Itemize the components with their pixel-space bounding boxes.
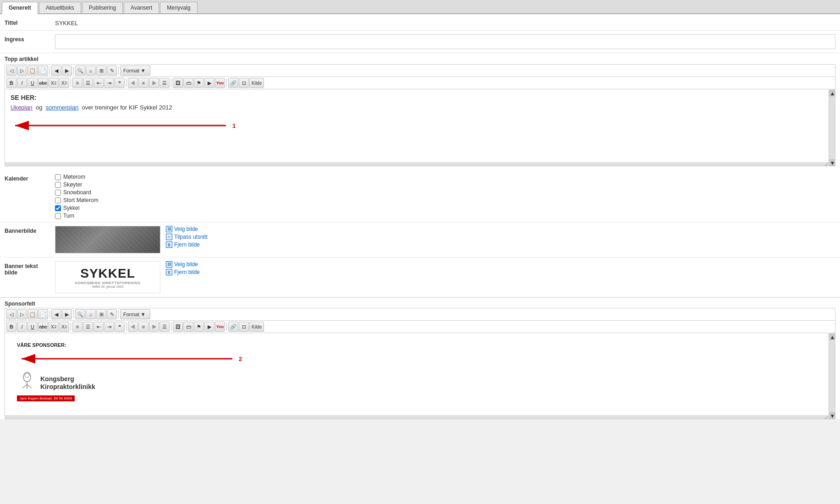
blockquote-btn-2[interactable]: ❝ [115,322,125,332]
tab-generelt[interactable]: Generelt [2,2,38,14]
back-icon-2[interactable]: ◀ [51,309,61,319]
indent-btn-1[interactable]: ⇥ [104,78,114,88]
scroll-down-1[interactable]: ▼ [829,159,835,166]
underline-btn-1[interactable]: U [27,78,38,88]
checkbox-skoyeter[interactable] [55,182,61,188]
anchor-btn-1[interactable]: ⚑ [194,78,204,88]
find-replace-icon-2[interactable]: ⌕ [86,309,96,319]
paste-text-icon-2[interactable]: 📄 [38,309,48,319]
align-left-btn-2[interactable]: ⫷ [128,322,138,332]
format-dropdown-1[interactable]: Format ▼ [120,66,150,76]
editor1-resizer[interactable] [5,162,829,166]
align-justify-btn-2[interactable]: ☰ [159,322,170,332]
blockquote-btn-1[interactable]: ❝ [115,78,125,88]
table-icon[interactable]: ⊞ [96,66,106,76]
underline-btn-2[interactable]: U [27,322,38,332]
image2-btn-1[interactable]: 🗃 [183,78,193,88]
resize-icon-1[interactable] [823,162,828,166]
editor2-body[interactable]: VÅRE SPONSORER: [5,333,829,415]
link-btn-1[interactable]: 🔗 [228,78,238,88]
paste-icon[interactable]: 📋 [27,66,38,76]
scroll-up-2[interactable]: ▲ [829,334,835,340]
checkbox-stort-moterom[interactable] [55,197,61,203]
editor1-body[interactable]: SE HER: Ukeplan og sommerplan over treni… [5,89,829,162]
checkbox-snowboard[interactable] [55,190,61,196]
checkbox-moterom[interactable] [55,174,61,180]
scroll-up-1[interactable]: ▲ [829,90,835,96]
undo-icon[interactable]: ◁ [6,66,16,76]
template-icon[interactable]: ✎ [107,66,117,76]
outdent-btn-1[interactable]: ⇤ [93,78,104,88]
find-icon[interactable]: 🔍 [75,66,85,76]
ol-btn-2[interactable]: ≡ [72,322,82,332]
fjern-bilde-link-2[interactable]: 🗑 Fjern bilde [166,269,200,275]
editor1-scrollbar[interactable]: ▲ ▼ [829,89,835,166]
paste-text-icon[interactable]: 📄 [38,66,48,76]
checkbox-turn[interactable] [55,213,61,219]
ul-btn-1[interactable]: ☰ [83,78,93,88]
image2-btn-2[interactable]: 🗃 [183,322,193,332]
image-btn-2[interactable]: 🖼 [173,322,183,332]
bold-btn-1[interactable]: B [6,78,16,88]
fwd-icon-2[interactable]: ▶ [62,309,72,319]
bold-btn-2[interactable]: B [6,322,16,332]
pagebreak-btn-1[interactable]: ⊡ [239,78,249,88]
strikethrough-btn-1[interactable]: abc [38,78,48,88]
tilpass-utsnitt-link[interactable]: ✂ Tilpass utsnitt [166,234,208,240]
table-icon-2[interactable]: ⊞ [96,309,106,319]
redo-icon[interactable]: ▷ [17,66,27,76]
align-justify-btn-1[interactable]: ☰ [159,78,170,88]
tab-avansert[interactable]: Avansert [124,2,159,13]
align-center-btn-2[interactable]: ≡ [138,322,148,332]
velg-bilde-link-2[interactable]: 🖼 Velg bilde [166,261,200,268]
chiro-name-line1: Kongsberg [40,375,95,383]
paste-icon-2[interactable]: 📋 [27,309,38,319]
media-btn-2[interactable]: ▶ [204,322,214,332]
youtube-btn-1[interactable]: You [215,78,225,88]
align-center-btn-1[interactable]: ≡ [138,78,148,88]
template-icon-2[interactable]: ✎ [107,309,117,319]
sommerplan-link[interactable]: sommerplan [46,104,79,111]
ukeplan-link[interactable]: Ukeplan [11,104,33,111]
format-dropdown-2[interactable]: Format ▼ [120,309,150,319]
superscript-btn-1[interactable]: X2 [59,78,69,88]
fwd-icon[interactable]: ▶ [62,66,72,76]
back-icon[interactable]: ◀ [51,66,61,76]
anchor-btn-2[interactable]: ⚑ [194,322,204,332]
fjern-bilde-link-1[interactable]: 🗑 Fjern bilde [166,241,208,248]
subscript-btn-2[interactable]: X2 [49,322,59,332]
tab-aktueltboks[interactable]: Aktueltboks [39,2,81,13]
find-replace-icon[interactable]: ⌕ [86,66,96,76]
align-left-btn-1[interactable]: ⫷ [128,78,138,88]
ul-btn-2[interactable]: ☰ [83,322,93,332]
scroll-down-2[interactable]: ▼ [829,412,835,419]
ol-btn-1[interactable]: ≡ [72,78,82,88]
find-icon-2[interactable]: 🔍 [75,309,85,319]
align-right-btn-2[interactable]: ⫸ [149,322,159,332]
superscript-btn-2[interactable]: X2 [59,322,69,332]
link-btn-2[interactable]: 🔗 [228,322,238,332]
velg-bilde-link-1[interactable]: 🖼 Velg bilde [166,226,208,232]
image-btn-1[interactable]: 🖼 [173,78,183,88]
pagebreak-btn-2[interactable]: ⊡ [239,322,249,332]
strikethrough-btn-2[interactable]: abc [38,322,48,332]
indent-btn-2[interactable]: ⇥ [104,322,114,332]
youtube-btn-2[interactable]: You [215,322,225,332]
italic-btn-2[interactable]: I [17,322,27,332]
resize-icon-2[interactable] [823,415,828,419]
editor2-resizer[interactable] [5,415,829,419]
italic-btn-1[interactable]: I [17,78,27,88]
redo-icon-2[interactable]: ▷ [17,309,27,319]
kilde-btn-2[interactable]: Kilde [249,322,264,332]
checkbox-sykkel[interactable] [55,205,61,211]
undo-icon-2[interactable]: ◁ [6,309,16,319]
media-btn-1[interactable]: ▶ [204,78,214,88]
editor2-scrollbar[interactable]: ▲ ▼ [829,333,835,419]
subscript-btn-1[interactable]: X2 [49,78,59,88]
align-right-btn-1[interactable]: ⫸ [149,78,159,88]
outdent-btn-2[interactable]: ⇤ [93,322,104,332]
kilde-btn-1[interactable]: Kilde [249,78,264,88]
tab-menyvalg[interactable]: Menyvalg [160,2,197,13]
tab-publisering[interactable]: Publisering [82,2,123,13]
ingress-input[interactable] [55,34,835,49]
